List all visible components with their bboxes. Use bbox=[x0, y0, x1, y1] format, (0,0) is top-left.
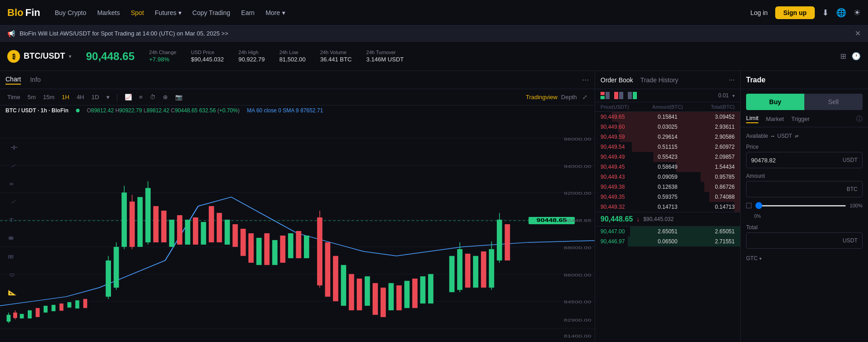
svg-rect-39 bbox=[201, 222, 206, 245]
order-info-icon[interactable]: ⓘ bbox=[856, 115, 863, 123]
candle-live-dot bbox=[76, 109, 80, 112]
svg-rect-14 bbox=[28, 310, 32, 318]
sell-order-row[interactable]: 90,449.32 0.14713 0.14713 bbox=[595, 202, 740, 212]
sell-order-row[interactable]: 90,449.38 0.12638 0.86726 bbox=[595, 182, 740, 192]
nav-markets[interactable]: Markets bbox=[97, 9, 120, 16]
layout-icon[interactable]: ⊞ bbox=[840, 52, 846, 60]
theme-icon[interactable]: ☀ bbox=[853, 8, 861, 18]
trade-order-types: Limit Market Trigger ⓘ bbox=[741, 115, 868, 127]
tab-trade-history[interactable]: Trade History bbox=[641, 76, 679, 84]
sell-order-row[interactable]: 90,449.45 0.58649 1.54434 bbox=[595, 162, 740, 172]
ob-mid-arrow: ↓ bbox=[636, 216, 640, 223]
pct-max: 100% bbox=[850, 203, 863, 208]
trade-transfer-icon[interactable]: ⇌ bbox=[795, 134, 798, 139]
login-button[interactable]: Log in bbox=[751, 9, 768, 16]
total-input[interactable] bbox=[751, 237, 843, 244]
tab-chart[interactable]: Chart bbox=[5, 75, 21, 85]
tf-1h[interactable]: 1H bbox=[60, 93, 71, 101]
ticker-dropdown-arrow[interactable]: ▾ bbox=[69, 53, 71, 60]
nav-buy-crypto[interactable]: Buy Crypto bbox=[55, 9, 86, 16]
svg-text:81400.00: 81400.00 bbox=[564, 333, 591, 338]
gtc-row[interactable]: GTC ▾ bbox=[746, 253, 863, 263]
chart-menu-icon[interactable]: ⋯ bbox=[582, 75, 589, 84]
chart-timer[interactable]: ⏱ bbox=[148, 93, 157, 101]
svg-rect-44 bbox=[241, 229, 246, 256]
tab-order-book[interactable]: Order Book bbox=[601, 76, 633, 84]
order-type-limit[interactable]: Limit bbox=[746, 115, 758, 123]
sell-order-row[interactable]: 90,449.59 0.29614 2.90586 bbox=[595, 132, 740, 142]
ob-view-both[interactable] bbox=[601, 92, 611, 99]
tf-1d[interactable]: 1D bbox=[90, 93, 101, 101]
tf-15m[interactable]: 15m bbox=[41, 93, 56, 101]
total-input-row: USDT bbox=[746, 232, 863, 249]
toolbar-separator-1 bbox=[117, 94, 117, 101]
chart-type-line[interactable]: 📈 bbox=[123, 93, 134, 101]
trade-section: Trade Buy Sell Limit Market Trigger ⓘ Av… bbox=[741, 71, 868, 342]
chart-area[interactable]: 90448.65 96000.00 94000.00 92000.00 9044… bbox=[0, 116, 595, 342]
amount-input[interactable] bbox=[751, 186, 847, 193]
sell-order-row[interactable]: 90,449.35 0.59375 0.74088 bbox=[595, 192, 740, 202]
depth-label[interactable]: Depth bbox=[561, 94, 577, 101]
buy-button[interactable]: Buy bbox=[746, 94, 804, 110]
navbar: BloFin Buy Crypto Markets Spot Futures ▾… bbox=[0, 0, 868, 25]
svg-rect-41 bbox=[217, 213, 222, 242]
chart-indicator[interactable]: ⊕ bbox=[161, 93, 170, 101]
sell-order-row[interactable]: 90,449.65 0.15841 3.09452 bbox=[595, 112, 740, 122]
nav-copy-trading[interactable]: Copy Trading bbox=[192, 9, 230, 16]
nav-futures[interactable]: Futures ▾ bbox=[155, 9, 181, 16]
ob-precision-arrow[interactable]: ▾ bbox=[732, 93, 735, 98]
trade-header: Trade bbox=[741, 71, 868, 89]
svg-rect-79 bbox=[505, 224, 510, 261]
gtc-arrow[interactable]: ▾ bbox=[759, 256, 762, 261]
svg-rect-16 bbox=[44, 306, 48, 312]
sell-button[interactable]: Sell bbox=[804, 94, 863, 110]
fullscreen-icon[interactable]: ⤢ bbox=[580, 93, 589, 101]
ticker-row: ₿ BTC/USDT ▾ 90,448.65 24h Change +7.98%… bbox=[0, 42, 868, 71]
slider-checkbox[interactable] bbox=[746, 203, 752, 208]
globe-icon[interactable]: 🌐 bbox=[836, 8, 846, 18]
svg-rect-100 bbox=[601, 92, 605, 95]
ticker-pair[interactable]: ₿ BTC/USDT ▾ bbox=[7, 50, 71, 63]
download-icon[interactable]: ⬇ bbox=[822, 8, 829, 18]
clock-icon[interactable]: 🕐 bbox=[852, 52, 861, 60]
tf-more-arrow[interactable]: ▾ bbox=[105, 93, 111, 101]
signup-button[interactable]: Sign up bbox=[775, 6, 815, 19]
ob-view-sell[interactable] bbox=[614, 92, 624, 99]
buy-order-row[interactable]: 90,447.00 2.65051 2.65051 bbox=[595, 226, 740, 236]
svg-rect-66 bbox=[412, 279, 418, 308]
ob-menu-icon[interactable]: ⋯ bbox=[729, 76, 735, 83]
chart-type-bar[interactable]: ≡ bbox=[137, 93, 145, 101]
announcement-close[interactable]: ✕ bbox=[855, 29, 861, 38]
sell-order-row[interactable]: 90,449.49 0.55423 2.09857 bbox=[595, 152, 740, 162]
tf-5m[interactable]: 5m bbox=[25, 93, 37, 101]
sell-order-row[interactable]: 90,449.60 0.03025 2.93611 bbox=[595, 122, 740, 132]
svg-text:✛: ✛ bbox=[10, 144, 17, 151]
tf-4h[interactable]: 4H bbox=[75, 93, 86, 101]
order-type-trigger[interactable]: Trigger bbox=[791, 116, 810, 122]
nav-spot[interactable]: Spot bbox=[131, 9, 144, 16]
ob-view-buy[interactable] bbox=[628, 92, 638, 99]
chart-camera[interactable]: 📷 bbox=[173, 93, 184, 101]
amount-slider[interactable] bbox=[755, 205, 846, 206]
svg-rect-37 bbox=[185, 220, 191, 245]
trade-title: Trade bbox=[746, 76, 766, 84]
sell-order-row[interactable]: 90,449.54 0.51115 2.60972 bbox=[595, 142, 740, 152]
logo-blo: Blo bbox=[7, 7, 23, 19]
sell-order-row[interactable]: 90,449.43 0.09059 0.95785 bbox=[595, 172, 740, 182]
buy-order-row[interactable]: 90,446.97 0.06500 2.71551 bbox=[595, 236, 740, 246]
ob-controls: 0.01 ▾ bbox=[595, 89, 740, 102]
svg-rect-21 bbox=[83, 299, 87, 308]
logo[interactable]: BloFin bbox=[7, 7, 40, 19]
price-input[interactable] bbox=[751, 157, 843, 164]
trade-available: Available -- USDT ⇌ bbox=[746, 133, 863, 139]
nav-earn[interactable]: Earn bbox=[241, 9, 255, 16]
chart-svg: 90448.65 96000.00 94000.00 92000.00 9044… bbox=[0, 116, 595, 342]
svg-rect-33 bbox=[153, 206, 159, 242]
svg-rect-67 bbox=[420, 277, 426, 304]
nav-more[interactable]: More ▾ bbox=[266, 9, 285, 16]
ticker-low-value: 81,502.00 bbox=[279, 56, 306, 63]
tf-time[interactable]: Time bbox=[5, 93, 22, 101]
order-type-market[interactable]: Market bbox=[766, 116, 784, 122]
ob-precision[interactable]: 0.01 bbox=[718, 92, 729, 99]
tab-info[interactable]: Info bbox=[30, 76, 40, 84]
